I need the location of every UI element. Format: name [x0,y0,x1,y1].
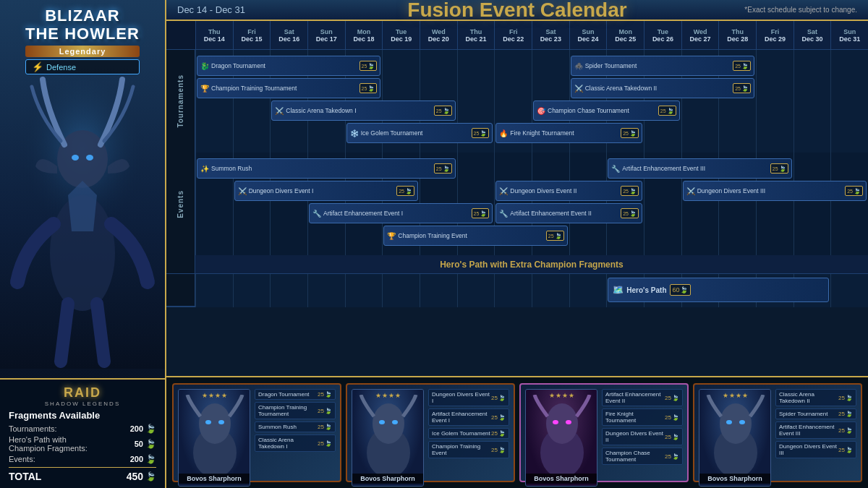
event-name: Fire Knight Tournament [510,129,618,137]
fragments-title: Fragments Available [9,410,156,421]
day-header-fri22: FriDec 22 [494,21,532,49]
hero-path-header-wrapper: Hero's Path with Extra Champion Fragment… [166,255,868,274]
day-header-thu28: ThuDec 28 [718,21,756,49]
event-icon: 🔧 [611,165,620,173]
event-icon: ⚔️ [275,107,284,115]
card-event-row-3-3: Champion Chase Tournament 25🍃 [602,448,683,465]
day-headers-row: ThuDec 14 FriDec 15 SatDec 16 SunDec 17 … [166,21,868,50]
event-name: Champion Training Event [398,232,544,239]
card-event-row-4-2: Artifact Enhancement Event III 25🍃 [775,421,856,439]
left-panel: BLIZAAR THE HOWLER Legendary ⚡ Defense R… [0,0,166,488]
card-event-name-1-1: Champion Training Tournament [258,404,318,417]
leaf-icon-3: 🍃 [145,454,156,464]
event-block-7: 🔥Fire Knight Tournament25🍃 [495,123,642,143]
champion-portrait-3: ★★★★ Bovos Sharphorn [525,389,597,487]
event-name: Dungeon Divers Event II [510,187,618,194]
event-name: Classic Arena Takedown II [585,85,731,92]
svg-point-19 [726,420,732,424]
card-event-row-2-2: Ice Golem Tournament 25🍃 [428,428,509,439]
defense-badge: ⚡ Defense [25,59,140,74]
event-badge: 25🍃 [621,186,639,196]
day-header-tue26: TueDec 26 [644,21,681,49]
card-event-badge-4-2: 25🍃 [838,427,853,434]
event-block-1: 🏆Champion Training Tournament25🍃 [197,78,380,98]
day-header-sat30: SatDec 30 [793,21,831,49]
svg-point-7 [205,420,211,424]
svg-point-20 [739,420,745,424]
spacer [166,21,195,49]
champion-card-2: ★★★★ Bovos Sharphorn [346,383,515,482]
event-badge: 25🍃 [359,83,378,93]
card-event-badge-4-0: 25🍃 [838,395,853,401]
day-header-sun17: SunDec 17 [307,21,345,49]
svg-point-15 [553,420,558,424]
card-event-row-1-3: Classic Arena Takedown I 25🍃 [255,435,336,452]
event-block-7: ⚔️Dungeon Divers Event III25🍃 [683,181,867,201]
svg-point-4 [86,155,93,160]
event-icon: ⚔️ [574,85,583,93]
card-event-badge-3-3: 25🍃 [665,453,679,460]
event-name: Champion Chase Tournament [548,107,656,114]
hero-path-fragment-row: Hero's Path with Champion Fragments: 50 … [9,435,156,453]
champion-portrait-2: ★★★★ Bovos Sharphorn [352,389,424,487]
day-header-tue19: TueDec 19 [382,21,420,49]
card-event-name-3-1: Fire Knight Tournament [605,411,665,424]
champion-card-3: ★★★★ Bovos Sharphorn [519,383,689,482]
svg-point-14 [546,403,578,444]
card-event-badge-3-2: 25🍃 [665,434,679,440]
total-label: TOTAL [9,471,41,482]
tournaments-wrapper: Tournaments 🐉Dragon Tournament25🍃🏆Champi… [166,50,868,153]
event-icon: 🔧 [312,210,321,218]
card-event-badge-2-1: 25🍃 [491,414,506,421]
event-badge: 25🍃 [733,83,751,93]
char-name-line1: BLIZAAR [25,7,140,25]
events-fragment-row: Events: 200 🍃 [9,454,156,464]
card-event-name-3-0: Artifact Enhancement Event II [605,391,665,404]
events-section-label: Events [176,190,184,218]
day-header-sun31: SunDec 31 [830,21,868,49]
event-name: Champion Training Tournament [211,85,357,92]
portrait-inner-3: ★★★★ [526,390,597,486]
event-name: Ice Golem Tournament [361,129,469,137]
portrait-inner-4: ★★★★ [699,390,770,486]
fragments-section: RAID SHADOW LEGENDS Fragments Available … [0,378,165,488]
hero-path-count: 50 🍃 [135,439,156,449]
event-badge: 25🍃 [434,106,452,116]
champion-card-1: ★★★★ Bovos Sharphorn [172,383,341,482]
event-badge: 25🍃 [845,186,863,196]
hero-path-row-wrapper: 🗺️Hero's Path60🍃 [166,274,868,307]
card-event-row-4-3: Dungeon Divers Event III 25🍃 [775,441,856,458]
top-header: Dec 14 - Dec 31 Fusion Event Calendar *E… [166,0,868,21]
card-event-row-3-2: Dungeon Divers Event II 25🍃 [602,428,683,445]
card-event-row-2-3: Champion Training Event 25🍃 [428,441,509,458]
day-header-sat16: SatDec 16 [270,21,307,49]
day-header-thu21: ThuDec 21 [457,21,495,49]
card-event-name-1-3: Classic Arena Takedown I [258,437,318,450]
champion-card-4: ★★★★ Bovos Sharphorn [693,383,862,482]
lightning-icon: ⚡ [32,61,43,72]
legendary-badge: Legendary [25,46,140,57]
portrait-svg-4 [699,395,771,474]
schedule-note: *Exact schedule subject to change. [744,6,857,14]
tournaments-label-cell: Tournaments [166,50,195,153]
tournaments-count: 200 🍃 [130,424,156,434]
event-badge: 25🍃 [621,208,639,218]
card-event-row-4-1: Spider Tournament 25🍃 [775,408,856,419]
total-count: 450 🍃 [127,471,156,482]
card-event-name-1-0: Dragon Tournament [258,391,318,398]
event-block-4: 🕷️Spider Tournament25🍃 [571,56,754,76]
card-event-badge-4-3: 25🍃 [838,447,853,453]
card-event-name-2-3: Champion Training Event [432,443,491,456]
card-event-badge-4-1: 25🍃 [838,411,853,417]
right-panel: Dec 14 - Dec 31 Fusion Event Calendar *E… [166,0,868,488]
main-container: BLIZAAR THE HOWLER Legendary ⚡ Defense R… [0,0,868,488]
event-block-0: 🐉Dragon Tournament25🍃 [197,56,380,76]
day-header-fri29: FriDec 29 [756,21,793,49]
hero-path-event-block: 🗺️Hero's Path60🍃 [608,278,829,302]
day-header-fri15: FriDec 15 [233,21,271,49]
event-block-5: ⚔️Dungeon Divers Event II25🍃 [495,181,642,201]
leaf-icon: 🍃 [145,424,156,434]
event-block-5: ⚔️Classic Arena Takedown II25🍃 [571,78,754,98]
date-range: Dec 14 - Dec 31 [177,4,245,15]
card-event-name-3-3: Champion Chase Tournament [605,450,665,463]
